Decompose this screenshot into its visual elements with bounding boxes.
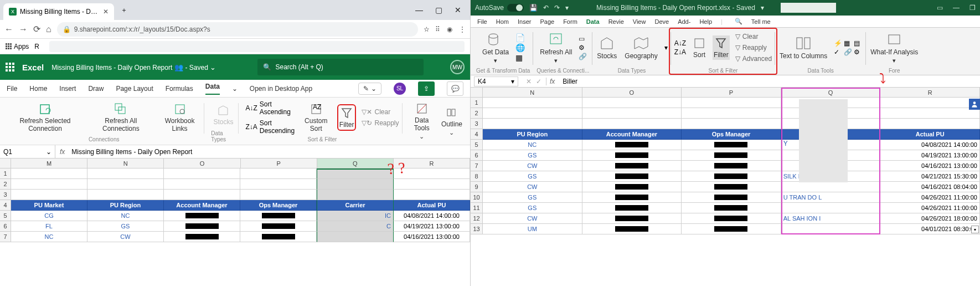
- sort-asc-icon[interactable]: A↓Z: [674, 39, 686, 47]
- tab-data[interactable]: Data: [583, 18, 603, 25]
- tab-page-layout[interactable]: Page Layout: [116, 85, 153, 93]
- forward-icon[interactable]: →: [19, 24, 28, 34]
- fx-icon[interactable]: fx: [546, 78, 558, 85]
- reapply-filter-button[interactable]: ▽↻Reapply: [362, 119, 399, 127]
- col-header-selected[interactable]: Q: [317, 159, 394, 168]
- tab-home[interactable]: Hom: [493, 18, 512, 25]
- outline-button[interactable]: Outline ⌄: [440, 105, 463, 137]
- whatif-button[interactable]: What-If Analysis ▾: [869, 30, 919, 65]
- ribbon-options-icon[interactable]: ▭: [937, 4, 943, 12]
- app-launcher-icon[interactable]: [6, 63, 14, 72]
- close-icon[interactable]: ✕: [455, 6, 461, 14]
- filter-button[interactable]: Filter: [337, 104, 357, 131]
- from-web-icon[interactable]: 🌐: [515, 43, 525, 52]
- extension-icon[interactable]: ⠿: [435, 25, 440, 33]
- tab-data[interactable]: Data: [205, 83, 220, 95]
- tell-me-search[interactable]: 🔍Tell me: [728, 18, 777, 25]
- tab-draw[interactable]: Draw: [88, 85, 104, 93]
- tab-home[interactable]: Home: [29, 85, 47, 93]
- filter-button[interactable]: Filter: [713, 35, 730, 60]
- save-icon[interactable]: 💾: [529, 4, 538, 12]
- edit-links-icon[interactable]: 🔗: [579, 53, 587, 60]
- sort-ascending-button[interactable]: A↓ZSort Ascending: [245, 100, 295, 116]
- refresh-selected-button[interactable]: Refresh Selected Connection: [7, 101, 84, 134]
- tab-review[interactable]: Revie: [605, 18, 627, 25]
- from-text-icon[interactable]: 📄: [515, 33, 525, 42]
- col-header[interactable]: P: [241, 159, 317, 168]
- from-table-icon[interactable]: ▦: [515, 53, 525, 62]
- sort-descending-button[interactable]: Z↓ASort Descending: [245, 119, 295, 135]
- custom-sort-button[interactable]: AZCustom Sort: [301, 101, 332, 134]
- back-icon[interactable]: ←: [4, 24, 13, 34]
- home-icon[interactable]: ⌂: [46, 24, 51, 34]
- geography-button[interactable]: Geography: [623, 34, 658, 61]
- undo-icon[interactable]: ↶: [543, 4, 549, 12]
- editing-mode-button[interactable]: ✎⌄: [358, 83, 381, 95]
- cancel-icon[interactable]: ✕: [526, 78, 532, 85]
- sort-button[interactable]: Sort: [692, 35, 707, 60]
- user-account-box[interactable]: [781, 3, 836, 13]
- col-header[interactable]: N: [87, 159, 164, 168]
- queries-icon[interactable]: ▭: [579, 35, 587, 43]
- tab-file[interactable]: File: [7, 85, 17, 93]
- clear-button[interactable]: ▽Clear: [735, 33, 772, 40]
- redo-icon[interactable]: ↷: [554, 4, 560, 12]
- workbook-links-button[interactable]: Workbook Links: [158, 101, 202, 134]
- tab-insert[interactable]: Insert: [59, 85, 76, 93]
- flash-fill-icon[interactable]: ⚡: [834, 39, 843, 47]
- chevron-down-icon[interactable]: ⌄: [232, 85, 238, 93]
- url-input[interactable]: 🔒 9.sharepoint.com/:x:/r/_layouts/15/Doc…: [57, 22, 418, 37]
- comments-button[interactable]: 💬: [447, 81, 463, 96]
- qat-more-icon[interactable]: ▾: [565, 4, 569, 12]
- relations-icon[interactable]: 🔗: [844, 48, 853, 56]
- stocks-button[interactable]: Stocks: [212, 103, 234, 127]
- maximize-icon[interactable]: ▢: [435, 6, 442, 14]
- search-box[interactable]: 🔍 Search (Alt + Q): [257, 59, 424, 75]
- formula-value[interactable]: Missing Billing Items - Daily Open Repor…: [69, 148, 194, 156]
- new-tab-button[interactable]: ＋: [117, 3, 131, 17]
- share-button[interactable]: ⇪: [418, 81, 435, 96]
- reapply-button[interactable]: ▽Reapply: [735, 44, 772, 52]
- tab-formulas[interactable]: Formulas: [166, 85, 193, 93]
- autosave-toggle[interactable]: [507, 4, 524, 12]
- advanced-button[interactable]: ▽Advanced: [735, 55, 772, 63]
- remove-dup-icon[interactable]: ▦: [844, 39, 853, 47]
- bookmark-item[interactable]: R: [34, 43, 39, 50]
- refresh-all-button[interactable]: Refresh All ▾: [539, 30, 573, 65]
- col-header[interactable]: O: [164, 159, 240, 168]
- document-name[interactable]: Missing Billing Items - Daily Open Repor…: [51, 63, 216, 72]
- col-header[interactable]: M: [11, 159, 87, 168]
- consolidate-icon[interactable]: ▤: [854, 39, 863, 47]
- manage-icon[interactable]: ⚙: [854, 48, 863, 56]
- browser-tab[interactable]: X Missing Billing Items - Daily Ope ✕: [3, 3, 114, 20]
- profile-icon[interactable]: ◉: [447, 25, 452, 33]
- refresh-all-button[interactable]: Refresh All Connections: [89, 101, 153, 134]
- enter-icon[interactable]: ✓: [536, 78, 541, 85]
- spreadsheet-grid[interactable]: M N O P Q R 1 2 3 4 PU Market PU Region …: [0, 159, 470, 242]
- tab-open-desktop[interactable]: Open in Desktop App: [250, 85, 312, 93]
- tab-insert[interactable]: Inser: [514, 18, 534, 25]
- clear-filter-button[interactable]: ▽✕Clear: [362, 108, 399, 116]
- fx-icon[interactable]: fx: [55, 148, 69, 156]
- close-tab-icon[interactable]: ✕: [103, 8, 109, 16]
- menu-icon[interactable]: ⋮: [459, 25, 466, 33]
- presence-avatar[interactable]: SL: [394, 83, 406, 95]
- tab-page[interactable]: Page: [537, 18, 558, 25]
- tab-file[interactable]: File: [474, 18, 491, 25]
- formula-value[interactable]: Biller: [558, 78, 582, 85]
- minimize-icon[interactable]: —: [953, 4, 960, 12]
- tab-addins[interactable]: Add-: [674, 18, 694, 25]
- tab-developer[interactable]: Deve: [651, 18, 672, 25]
- data-val-icon[interactable]: ✓: [834, 48, 843, 56]
- avatar[interactable]: MW: [450, 60, 465, 74]
- minimize-icon[interactable]: —: [415, 6, 423, 14]
- name-box[interactable]: Q1⌄: [0, 145, 55, 158]
- tab-view[interactable]: View: [630, 18, 649, 25]
- get-data-button[interactable]: Get Data ▾: [481, 30, 510, 65]
- tab-formulas[interactable]: Form: [560, 18, 581, 25]
- tab-help[interactable]: Help: [696, 18, 715, 25]
- text-to-columns-button[interactable]: Text to Columns: [778, 34, 828, 61]
- sort-desc-icon[interactable]: Z↓A: [674, 48, 686, 56]
- stocks-button[interactable]: Stocks: [596, 34, 618, 61]
- properties-icon[interactable]: ⚙: [579, 44, 587, 52]
